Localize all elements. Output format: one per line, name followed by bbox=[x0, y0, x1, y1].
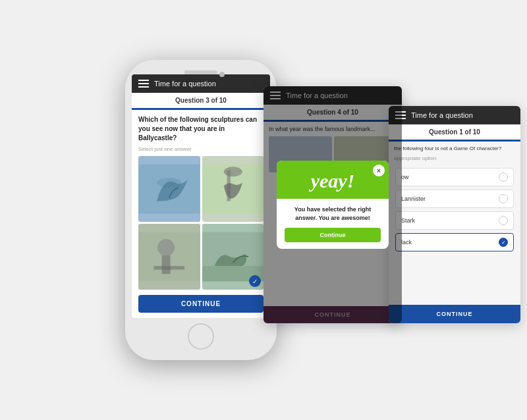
radio-circle-0 bbox=[499, 172, 508, 182]
modal-continue-button[interactable]: Continue bbox=[285, 228, 381, 242]
phone1-continue-button[interactable]: CONTINUE bbox=[138, 295, 264, 313]
phone1-menu-icon[interactable] bbox=[138, 80, 149, 88]
success-modal: × yeay! You have selected the right answ… bbox=[277, 161, 389, 248]
modal-body: You have selected the right answer. You … bbox=[277, 199, 389, 248]
radio-item-0[interactable]: ow bbox=[395, 168, 514, 186]
screens-stack: Time for a question Question 4 of 10 In … bbox=[264, 86, 402, 323]
phone1-home-button[interactable] bbox=[188, 323, 214, 350]
phone1-question-text: Which of the following sculptures can yo… bbox=[138, 115, 264, 143]
svg-point-6 bbox=[157, 239, 175, 256]
image-cell-1[interactable] bbox=[138, 156, 200, 222]
modal-close-button[interactable]: × bbox=[373, 165, 385, 176]
screen3-header-title: Time for a question bbox=[411, 111, 473, 119]
screen3-header: Time for a question bbox=[389, 106, 520, 124]
screen3: Time for a question Question 1 of 10 the… bbox=[389, 106, 520, 323]
phone1-screen: Time for a question Question 3 of 10 Whi… bbox=[132, 74, 270, 318]
phone1-select-hint: Select just one answer bbox=[138, 146, 264, 152]
phone1-header: Time for a question bbox=[132, 74, 270, 93]
screen3-continue-button[interactable]: CONTINUE bbox=[389, 305, 520, 323]
svg-rect-7 bbox=[162, 255, 171, 274]
radio-circle-3 bbox=[499, 238, 508, 247]
svg-point-4 bbox=[223, 167, 242, 176]
phone1-camera bbox=[219, 72, 225, 77]
phone1-question-bar: Question 3 of 10 bbox=[132, 93, 270, 110]
screen3-radio-list: owLannisterStarklack bbox=[389, 164, 520, 305]
radio-circle-2 bbox=[499, 216, 508, 225]
modal-green-section: × yeay! bbox=[277, 161, 389, 199]
screen3-question-text: the following four is not a Game Of char… bbox=[389, 142, 520, 155]
radio-circle-1 bbox=[499, 194, 508, 203]
phone1-image-grid bbox=[138, 156, 264, 290]
screen2: Time for a question Question 4 of 10 In … bbox=[264, 86, 402, 323]
image-cell-4[interactable] bbox=[202, 224, 264, 290]
modal-overlay: × yeay! You have selected the right answ… bbox=[264, 86, 402, 323]
phone1: Time for a question Question 3 of 10 Whi… bbox=[125, 60, 277, 360]
image-cell-2[interactable] bbox=[202, 156, 264, 222]
screen3-question-bar: Question 1 of 10 bbox=[389, 124, 520, 142]
modal-message: You have selected the right answer. You … bbox=[285, 205, 381, 222]
screen3-select-hint: appropriate option bbox=[389, 155, 520, 164]
image-cell-3[interactable] bbox=[138, 224, 200, 290]
yeay-text: yeay! bbox=[285, 171, 381, 191]
radio-item-3[interactable]: lack bbox=[395, 233, 514, 251]
image-selected-check bbox=[249, 275, 261, 287]
radio-item-2[interactable]: Stark bbox=[395, 211, 514, 230]
radio-item-1[interactable]: Lannister bbox=[395, 190, 514, 208]
svg-rect-8 bbox=[153, 266, 184, 270]
phone1-header-title: Time for a question bbox=[154, 80, 216, 88]
phone1-body: Which of the following sculptures can yo… bbox=[132, 110, 270, 318]
